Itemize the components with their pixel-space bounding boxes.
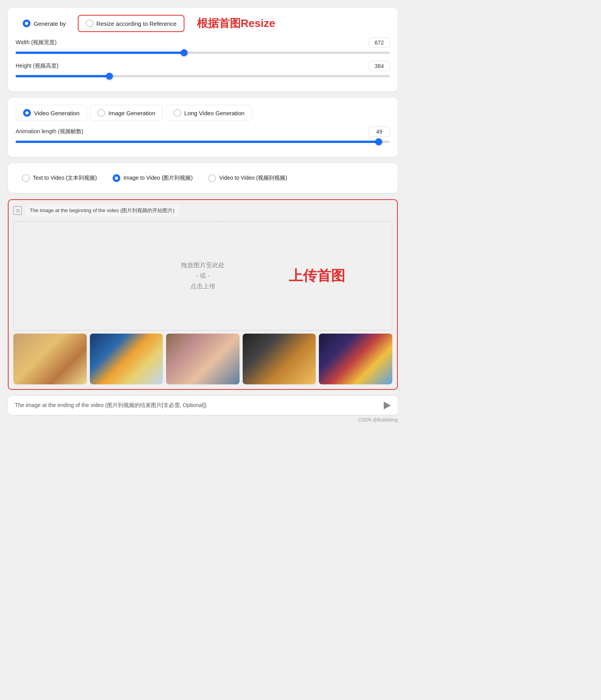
width-track[interactable]: [16, 52, 390, 54]
play-icon: [384, 402, 391, 409]
image-to-video-label: Image to Video (图片到视频): [123, 175, 193, 182]
animation-track[interactable]: [16, 141, 390, 143]
thumbnail-woman[interactable]: [166, 334, 240, 384]
click-upload-text[interactable]: 点击上传: [190, 282, 215, 291]
bottom-bar-text: The image at the ending of the video (图片…: [15, 402, 206, 409]
animation-fill: [16, 141, 379, 143]
image-generation-option[interactable]: Image Generation: [90, 105, 163, 121]
video-to-video-radio[interactable]: [208, 174, 216, 182]
width-label-row: Width (视频宽度) 672: [16, 38, 390, 48]
resize-radio[interactable]: [86, 20, 93, 27]
upload-label-text: The image at the beginning of the video …: [25, 205, 179, 216]
height-track[interactable]: [16, 75, 390, 77]
thumbnail-doge[interactable]: [13, 334, 87, 384]
image-gen-label: Image Generation: [108, 110, 155, 116]
thumbnail-row: [13, 334, 392, 384]
animation-thumb[interactable]: [375, 138, 382, 145]
video-generation-option[interactable]: Video Generation: [16, 105, 87, 121]
watermark: CSDN @Bubbliiing: [8, 417, 398, 423]
thumbnail-fireworks[interactable]: [319, 334, 392, 384]
text-to-video-radio[interactable]: [22, 174, 30, 182]
height-section: Height (视频高度) 384: [16, 61, 390, 77]
upload-annotation: 上传首图: [289, 266, 345, 286]
video-gen-label: Video Generation: [34, 110, 79, 116]
generation-type-card: Video Generation Image Generation Long V…: [8, 98, 398, 157]
animation-label: Animation length (视频帧数): [16, 128, 84, 135]
long-video-gen-label: Long Video Generation: [184, 110, 245, 116]
video-to-video-option[interactable]: Video to Video (视频到视频): [202, 170, 293, 186]
upload-dropzone[interactable]: 拖放图片至此处 - 或 - 点击上传 上传首图: [13, 221, 392, 330]
text-to-video-label: Text to Video (文本到视频): [33, 175, 97, 182]
height-label-row: Height (视频高度) 384: [16, 61, 390, 71]
height-label: Height (视频高度): [16, 62, 59, 70]
input-type-row: Text to Video (文本到视频) Image to Video (图片…: [16, 170, 390, 186]
or-text: - 或 -: [196, 272, 210, 280]
width-label: Width (视频宽度): [16, 39, 57, 46]
image-gen-radio[interactable]: [97, 109, 105, 117]
animation-value: 49: [368, 127, 390, 137]
resize-options-row: Generate by Resize according to Referenc…: [16, 15, 390, 32]
width-section: Width (视频宽度) 672: [16, 38, 390, 54]
width-thumb[interactable]: [181, 49, 188, 56]
height-value: 384: [368, 61, 390, 71]
resize-annotation: 根据首图Resize: [197, 16, 275, 31]
resize-option[interactable]: Resize according to Reference: [78, 15, 184, 32]
image-to-video-radio[interactable]: [113, 174, 120, 182]
width-fill: [16, 52, 184, 54]
bottom-bar: The image at the ending of the video (图片…: [8, 396, 398, 415]
input-type-card: Text to Video (文本到视频) Image to Video (图片…: [8, 163, 398, 193]
image-to-video-option[interactable]: Image to Video (图片到视频): [106, 170, 199, 186]
height-thumb[interactable]: [106, 73, 113, 80]
video-to-video-label: Video to Video (视频到视频): [219, 175, 287, 182]
image-icon: ⊡: [13, 206, 22, 215]
resize-card: Generate by Resize according to Referenc…: [8, 8, 398, 91]
text-to-video-option[interactable]: Text to Video (文本到视频): [16, 170, 103, 186]
resize-label: Resize according to Reference: [97, 20, 177, 27]
animation-section: Animation length (视频帧数) 49: [16, 127, 390, 143]
thumbnail-sailboat[interactable]: [90, 334, 163, 384]
upload-card: ⊡ The image at the beginning of the vide…: [8, 199, 398, 390]
generate-by-radio[interactable]: [23, 20, 30, 27]
drag-text: 拖放图片至此处: [181, 261, 225, 270]
thumbnail-guitar[interactable]: [243, 334, 316, 384]
upload-label-row: ⊡ The image at the beginning of the vide…: [13, 205, 392, 216]
generate-by-label: Generate by: [34, 20, 66, 27]
width-value: 672: [368, 38, 390, 48]
long-video-generation-option[interactable]: Long Video Generation: [166, 105, 252, 121]
video-gen-radio[interactable]: [23, 109, 31, 117]
generate-by-option[interactable]: Generate by: [16, 16, 73, 31]
generation-type-row: Video Generation Image Generation Long V…: [16, 105, 390, 121]
long-video-gen-radio[interactable]: [174, 109, 181, 117]
height-fill: [16, 75, 109, 77]
animation-label-row: Animation length (视频帧数) 49: [16, 127, 390, 137]
